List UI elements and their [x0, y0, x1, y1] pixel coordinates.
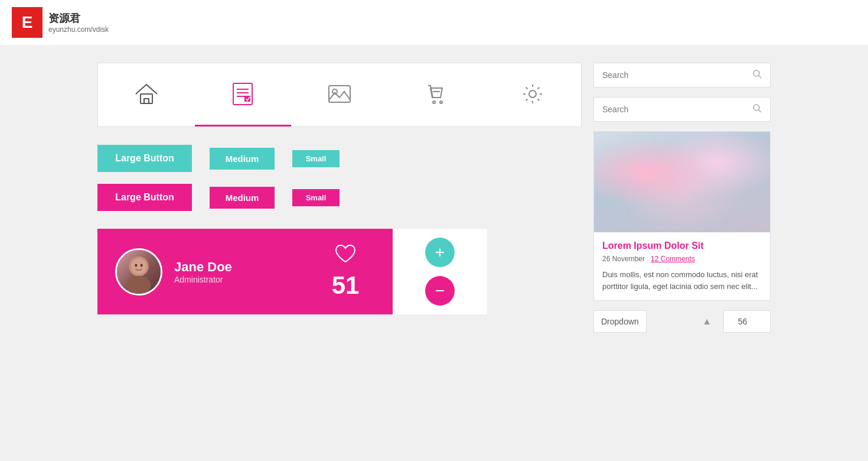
dropdown-select[interactable]: Dropdown Option 1 Option 2 Option 3	[593, 310, 647, 333]
cards-row: Jane Doe Administrator 51 + −	[97, 229, 582, 314]
right-column: Lorem Ipsum Dolor Sit 26 November 12 Com…	[593, 63, 771, 333]
tab-home[interactable]	[98, 63, 195, 126]
blog-date: 26 November	[602, 255, 645, 263]
search-icon-2	[752, 103, 762, 115]
buttons-section: Large Button Medium Small Large Button M…	[97, 145, 582, 211]
logo-text: 资源君 eyunzhu.com/vdisk	[48, 11, 109, 34]
stats-card: 51	[298, 229, 393, 314]
small-button-pink[interactable]: Small	[292, 189, 340, 206]
blog-comments-link[interactable]: 12 Comments	[651, 255, 695, 263]
search-box-1[interactable]	[593, 63, 771, 87]
profile-name: Jane Doe	[174, 259, 232, 275]
profile-info: Jane Doe Administrator	[174, 259, 232, 284]
svg-point-9	[433, 101, 435, 103]
svg-point-14	[131, 258, 146, 274]
logo: E 资源君 eyunzhu.com/vdisk	[12, 7, 109, 38]
left-column: Large Button Medium Small Large Button M…	[97, 63, 582, 333]
svg-point-19	[753, 105, 759, 111]
search-input-1[interactable]	[602, 70, 748, 80]
logo-main-text: 资源君	[48, 11, 109, 25]
svg-rect-1	[144, 99, 149, 103]
blog-excerpt: Duis mollis, est non commodo luctus, nis…	[602, 269, 762, 292]
header: E 资源君 eyunzhu.com/vdisk	[0, 0, 868, 45]
plus-button[interactable]: +	[425, 238, 455, 267]
tab-articles[interactable]	[195, 63, 292, 126]
blog-image	[594, 132, 770, 232]
minus-button[interactable]: −	[425, 276, 455, 306]
nav-tabs	[97, 63, 582, 127]
svg-point-13	[127, 275, 151, 295]
search-box-2[interactable]	[593, 97, 771, 122]
search-input-2[interactable]	[602, 105, 748, 114]
svg-rect-7	[329, 86, 350, 102]
blog-image-visual	[594, 132, 770, 232]
chevron-down-icon: ▲	[702, 316, 712, 327]
number-input[interactable]	[723, 310, 771, 333]
svg-line-20	[759, 110, 761, 112]
button-row-1: Large Button Medium Small	[97, 145, 582, 172]
medium-button-teal[interactable]: Medium	[210, 148, 275, 170]
tab-shop[interactable]	[388, 63, 485, 126]
dropdown-wrapper: Dropdown Option 1 Option 2 Option 3 ▲	[593, 310, 717, 333]
logo-sub-text: eyunzhu.com/vdisk	[48, 25, 109, 34]
svg-point-11	[529, 90, 536, 98]
logo-letter: E	[12, 7, 43, 38]
bottom-right-row: Dropdown Option 1 Option 2 Option 3 ▲	[593, 310, 771, 333]
large-button-teal[interactable]: Large Button	[97, 145, 192, 172]
avatar	[115, 248, 162, 296]
main-content: Large Button Medium Small Large Button M…	[0, 45, 868, 350]
blog-title: Lorem Ipsum Dolor Sit	[602, 241, 762, 251]
search-icon-1	[752, 69, 762, 81]
button-row-2: Large Button Medium Small	[97, 184, 582, 211]
profile-card: Jane Doe Administrator	[97, 229, 298, 314]
svg-point-15	[135, 264, 138, 267]
svg-point-17	[753, 70, 759, 76]
blog-meta: 26 November 12 Comments	[602, 255, 762, 263]
large-button-pink[interactable]: Large Button	[97, 184, 192, 211]
profile-role: Administrator	[174, 275, 232, 284]
svg-point-10	[440, 101, 442, 103]
medium-button-pink[interactable]: Medium	[210, 187, 275, 209]
blog-content: Lorem Ipsum Dolor Sit 26 November 12 Com…	[594, 232, 770, 300]
plusminus-card: + −	[393, 229, 487, 314]
tab-settings[interactable]	[484, 63, 581, 126]
blog-card: Lorem Ipsum Dolor Sit 26 November 12 Com…	[593, 131, 771, 301]
svg-point-16	[141, 264, 143, 267]
heart-icon	[335, 244, 356, 268]
small-button-teal[interactable]: Small	[292, 150, 340, 167]
svg-line-18	[759, 76, 761, 78]
tab-gallery[interactable]	[291, 63, 388, 126]
stats-number: 51	[332, 271, 360, 300]
avatar-image	[117, 250, 161, 294]
